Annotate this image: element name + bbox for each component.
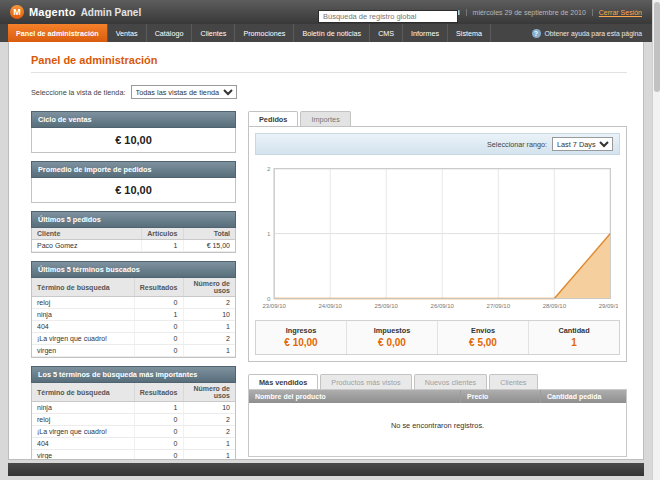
column-header: Total: [183, 228, 235, 240]
stat-cantidad: Cantidad 1: [529, 321, 619, 354]
tab-nuevos-clientes[interactable]: Nuevos clientes: [414, 374, 488, 389]
column-header: Número de usos: [183, 383, 235, 402]
magento-admin-dashboard: M Magento Admin Panel Accedió como apari…: [0, 0, 660, 480]
svg-text:23/09/10: 23/09/10: [263, 303, 287, 309]
column-header: Número de usos: [183, 278, 235, 297]
page-help-label: Obtener ayuda para esta página: [545, 30, 643, 37]
last-orders-table: Cliente Artículos Total Paco Gomez 1 € 1…: [32, 228, 235, 252]
range-label: Seleccionar rango:: [487, 140, 547, 149]
column-header: Cliente: [32, 228, 141, 240]
last-orders-title: Últimos 5 pedidos: [31, 211, 236, 228]
column-header: Artículos: [141, 228, 183, 240]
order-row[interactable]: Paco Gomez 1 € 15,00: [32, 240, 235, 252]
store-view-label: Seleccione la vista de tienda:: [31, 88, 126, 97]
logo-subtitle: Admin Panel: [81, 7, 142, 18]
column-header: Término de búsqueda: [32, 278, 134, 297]
lifetime-sales-value: € 10,00: [32, 128, 235, 152]
store-view-switcher: Seleccione la vista de tienda: Todas las…: [31, 85, 627, 99]
top-search-table: Término de búsqueda Resultados Número de…: [32, 383, 235, 460]
search-term-row[interactable]: reloj 0 2: [32, 414, 235, 426]
tab-mas-vistos[interactable]: Productos más vistos: [320, 374, 411, 389]
svg-text:27/09/10: 27/09/10: [487, 303, 511, 309]
search-term-row[interactable]: virge 0 1: [32, 450, 235, 461]
last-search-table: Término de búsqueda Resultados Número de…: [32, 278, 235, 357]
svg-text:29/09/10: 29/09/10: [599, 303, 618, 309]
nav-item-informes[interactable]: Informes: [403, 24, 448, 42]
search-term-row[interactable]: 404 0 1: [32, 321, 235, 333]
page-help-link[interactable]: ? Obtener ayuda para esta página: [532, 24, 653, 42]
nav-item-clientes[interactable]: Clientes: [192, 24, 235, 42]
nav-item-promociones[interactable]: Promociones: [235, 24, 294, 42]
search-term-row[interactable]: virgen 0 1: [32, 345, 235, 357]
scrollbar[interactable]: [652, 0, 660, 480]
search-term-row[interactable]: ninja 1 10: [32, 402, 235, 414]
lifetime-sales-box: Ciclo de ventas € 10,00: [31, 111, 236, 153]
column-header: Precio: [460, 390, 540, 403]
footer-bar: [8, 463, 644, 476]
search-term-row[interactable]: reloj 0 2: [32, 297, 235, 309]
orders-panel: Seleccionar rango: Last 7 Days 01223/09/…: [248, 126, 627, 362]
totals-row: Ingresos € 10,00 Impuestos € 0,00 Envíos…: [255, 320, 620, 355]
chart-tabs: Pedidos Importes: [248, 111, 627, 126]
global-search: [318, 5, 458, 23]
top-search-box: Los 5 términos de búsqueda más important…: [31, 366, 236, 460]
svg-text:1: 1: [267, 230, 271, 237]
help-icon: ?: [532, 29, 541, 38]
nav-item-boletin[interactable]: Boletín de noticias: [294, 24, 370, 42]
products-grid: Nombre del producto Precio Cantidad pedi…: [248, 389, 627, 457]
order-total: € 15,00: [183, 240, 235, 252]
range-select[interactable]: Last 7 Days: [552, 137, 613, 151]
stat-impuestos: Impuestos € 0,00: [347, 321, 438, 354]
range-bar: Seleccionar rango: Last 7 Days: [255, 133, 620, 155]
average-orders-box: Promedio de importe de pedidos € 10,00: [31, 161, 236, 203]
nav-item-ventas[interactable]: Ventas: [108, 24, 147, 42]
orders-chart: 01223/09/1024/09/1025/09/1026/09/1027/09…: [257, 161, 618, 312]
logo-text: Magento: [29, 6, 76, 18]
stat-envios: Envíos € 5,00: [438, 321, 529, 354]
tab-importes[interactable]: Importes: [300, 111, 350, 126]
tab-clientes[interactable]: Clientes: [489, 374, 537, 389]
search-term-row[interactable]: 404 0 1: [32, 438, 235, 450]
order-items: 1: [141, 240, 183, 252]
order-customer: Paco Gomez: [32, 240, 141, 252]
scrollbar-thumb[interactable]: [654, 2, 660, 92]
nav-item-cms[interactable]: CMS: [370, 24, 403, 42]
svg-text:24/09/10: 24/09/10: [319, 303, 343, 309]
column-header: Cantidad pedida: [540, 390, 626, 403]
search-term-row[interactable]: ninja 1 10: [32, 309, 235, 321]
empty-records-message: No se encontraron registros.: [249, 403, 626, 456]
svg-text:26/09/10: 26/09/10: [431, 303, 455, 309]
average-orders-value: € 10,00: [32, 178, 235, 202]
column-header: Resultados: [134, 383, 183, 402]
global-search-input[interactable]: [318, 10, 458, 23]
tab-mas-vendidos[interactable]: Más vendidos: [248, 374, 318, 389]
nav-item-sistema[interactable]: Sistema: [448, 24, 491, 42]
magento-logo: M Magento Admin Panel: [10, 5, 141, 19]
logout-link[interactable]: Cerrar Sesión: [592, 9, 642, 16]
svg-text:28/09/10: 28/09/10: [543, 303, 567, 309]
lifetime-sales-title: Ciclo de ventas: [31, 111, 236, 128]
svg-text:25/09/10: 25/09/10: [375, 303, 399, 309]
left-column: Ciclo de ventas € 10,00 Promedio de impo…: [31, 111, 236, 460]
content-area: Panel de administración Seleccione la vi…: [8, 42, 644, 460]
store-view-select[interactable]: Todas las vistas de tienda: [131, 85, 237, 99]
nav-item-dashboard[interactable]: Panel de administración: [8, 24, 108, 42]
last-search-title: Últimos 5 términos buscados: [31, 261, 236, 278]
page-title: Panel de administración: [31, 50, 627, 73]
products-grid-header: Nombre del producto Precio Cantidad pedi…: [249, 390, 626, 403]
top-search-title: Los 5 términos de búsqueda más important…: [31, 366, 236, 383]
svg-text:0: 0: [267, 295, 271, 302]
search-term-row[interactable]: ¡La virgen que cuadro! 0 2: [32, 333, 235, 345]
right-column: Pedidos Importes Seleccionar rango: Last…: [248, 111, 627, 457]
svg-text:2: 2: [267, 165, 271, 172]
header-bar: M Magento Admin Panel Accedió como apari…: [0, 0, 652, 24]
nav-item-catalogo[interactable]: Catálogo: [147, 24, 193, 42]
main-nav: Panel de administración Ventas Catálogo …: [0, 24, 652, 42]
search-term-row[interactable]: ¡La virgen que cuadro! 0 2: [32, 426, 235, 438]
stat-ingresos: Ingresos € 10,00: [256, 321, 347, 354]
average-orders-title: Promedio de importe de pedidos: [31, 161, 236, 178]
current-date: miércoles 29 de septiembre de 2010: [466, 9, 592, 16]
tab-pedidos[interactable]: Pedidos: [248, 111, 298, 126]
products-tabs: Más vendidos Productos más vistos Nuevos…: [248, 374, 627, 389]
column-header: Resultados: [134, 278, 183, 297]
